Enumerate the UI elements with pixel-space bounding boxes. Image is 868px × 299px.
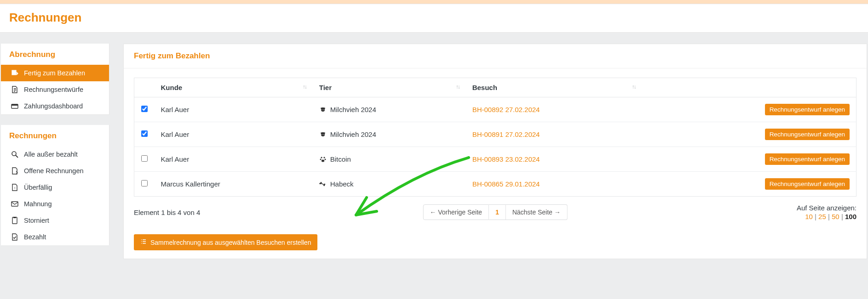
visit-link[interactable]: BH-00891 27.02.2024 [472, 130, 540, 138]
cell-tier: Milchvieh 2024 [313, 122, 466, 147]
paw-icon [319, 156, 327, 163]
svg-rect-5 [11, 202, 18, 206]
pager-next-button[interactable]: Nächste Seite → [506, 204, 568, 220]
invoice-ready-icon [11, 69, 18, 77]
sort-icon: ↑↓ [632, 84, 635, 90]
svg-point-13 [323, 157, 325, 158]
create-draft-button[interactable]: Rechnungsentwurf anlegen [765, 129, 850, 140]
sidebar-item-label: Zahlungsdashboard [24, 102, 83, 110]
cancelled-icon [11, 217, 18, 224]
reminder-icon [11, 200, 18, 208]
svg-line-3 [16, 155, 18, 158]
svg-text:!: ! [14, 186, 15, 190]
page-size-10[interactable]: 10 [805, 213, 813, 220]
visit-link[interactable]: BH-00892 27.02.2024 [472, 106, 540, 113]
cell-kunde: Karl Auer [155, 97, 313, 122]
bone-icon [319, 181, 327, 188]
visit-link[interactable]: BH-00865 29.01.2024 [472, 180, 540, 188]
create-draft-button[interactable]: Rechnungsentwurf anlegen [765, 178, 850, 190]
svg-point-16 [322, 159, 324, 162]
sidebar-group-abrechnung: Abrechnung Fertig zum Bezahlen Rechnungs… [1, 44, 109, 115]
svg-rect-1 [11, 104, 18, 106]
overdue-icon: ! [11, 184, 18, 191]
pager: ← Vorherige Seite 1 Nächste Seite → [423, 204, 567, 220]
svg-point-14 [320, 158, 321, 160]
sidebar-item-bezahlt[interactable]: Bezahlt [1, 229, 109, 245]
svg-rect-7 [13, 217, 16, 218]
table-row: Marcus KallertingerHabeckBH-00865 29.01.… [134, 172, 857, 197]
open-invoice-icon [11, 167, 18, 175]
page-size-label: Auf Seite anzeigen: [797, 204, 857, 212]
row-checkbox[interactable] [141, 106, 148, 112]
table-row: Karl AuerMilchvieh 2024BH-00892 27.02.20… [134, 97, 857, 122]
cell-besuch: BH-00891 27.02.2024 [466, 122, 642, 147]
sidebar-item-offene-rechnungen[interactable]: Offene Rechnungen [1, 163, 109, 179]
search-icon [11, 151, 18, 158]
cell-kunde: Karl Auer [155, 147, 313, 172]
cell-kunde: Marcus Kallertinger [155, 172, 313, 197]
element-count: Element 1 bis 4 von 4 [134, 209, 200, 216]
sidebar-group-title: Abrechnung [1, 44, 109, 65]
sidebar-item-rechnungsentwuerfe[interactable]: Rechnungsentwürfe [1, 81, 109, 98]
col-tier[interactable]: Tier ↑↓ [313, 78, 466, 97]
sidebar-item-label: Offene Rechnungen [24, 167, 84, 175]
sort-icon: ↑↓ [303, 84, 306, 90]
cell-tier: Habeck [313, 172, 466, 197]
top-accent-bar [0, 0, 868, 4]
sort-icon: ↑↓ [456, 84, 460, 90]
bulk-create-invoice-button[interactable]: Sammelrechnung aus ausgewählten Besuchen… [134, 234, 317, 250]
row-checkbox[interactable] [141, 130, 148, 137]
svg-point-12 [321, 157, 322, 158]
col-tier-label: Tier [319, 84, 332, 91]
col-select [134, 78, 155, 97]
svg-point-8 [322, 109, 322, 110]
sidebar-item-zahlungsdashboard[interactable]: Zahlungsdashboard [1, 98, 109, 114]
create-draft-button[interactable]: Rechnungsentwurf anlegen [765, 153, 850, 165]
sidebar-item-label: Alle außer bezahlt [24, 151, 78, 158]
sidebar-item-label: Überfällig [24, 184, 52, 191]
bulk-button-label: Sammelrechnung aus ausgewählten Besuchen… [150, 239, 311, 246]
col-kunde[interactable]: Kunde ↑↓ [155, 78, 313, 97]
pager-page-1-button[interactable]: 1 [489, 204, 506, 220]
sidebar-item-label: Bezahlt [24, 233, 46, 241]
col-besuch-label: Besuch [472, 84, 497, 91]
page-size: Auf Seite anzeigen: 10 | 25 | 50 | 100 [797, 204, 857, 220]
cell-tier: Bitcoin [313, 147, 466, 172]
sidebar-item-fertig-zum-bezahlen[interactable]: Fertig zum Bezahlen [1, 65, 109, 81]
sidebar-item-label: Storniert [24, 217, 49, 224]
sidebar: Abrechnung Fertig zum Bezahlen Rechnungs… [0, 44, 109, 259]
create-draft-button[interactable]: Rechnungsentwurf anlegen [765, 104, 850, 115]
visits-table: Kunde ↑↓ Tier ↑↓ Besuch ↑↓ [134, 78, 857, 197]
table-row: Karl AuerBitcoinBH-00893 23.02.2024Rechn… [134, 147, 857, 172]
pager-prev-button[interactable]: ← Vorherige Seite [423, 204, 489, 220]
page-size-25[interactable]: 25 [818, 213, 826, 220]
page-size-100[interactable]: 100 [845, 213, 857, 220]
panel-title: Fertig zum Bezahlen [124, 44, 867, 68]
cell-tier: Milchvieh 2024 [313, 97, 466, 122]
col-actions [642, 78, 856, 97]
cell-kunde: Karl Auer [155, 122, 313, 147]
sidebar-item-mahnung[interactable]: Mahnung [1, 196, 109, 212]
row-checkbox[interactable] [141, 180, 148, 186]
page-header: Rechnungen [0, 4, 868, 33]
col-kunde-label: Kunde [161, 84, 183, 91]
sidebar-item-label: Fertig zum Bezahlen [24, 69, 85, 77]
sidebar-item-ueberfaellig[interactable]: ! Überfällig [1, 179, 109, 196]
row-checkbox[interactable] [141, 155, 148, 162]
svg-point-11 [323, 134, 324, 135]
main-panel: Fertig zum Bezahlen Kunde ↑↓ Tier ↑↓ [123, 44, 867, 259]
cell-besuch: BH-00865 29.01.2024 [466, 172, 642, 197]
cow-icon [319, 131, 327, 138]
sidebar-item-alle-ausser-bezahlt[interactable]: Alle außer bezahlt [1, 146, 109, 163]
paid-icon [11, 233, 18, 241]
sidebar-item-storniert[interactable]: Storniert [1, 212, 109, 229]
sidebar-group-title: Rechnungen [1, 125, 109, 146]
svg-rect-6 [12, 217, 17, 224]
sidebar-item-label: Rechnungsentwürfe [24, 86, 83, 93]
cow-icon [319, 106, 327, 113]
col-besuch[interactable]: Besuch ↑↓ [466, 78, 642, 97]
page-size-50[interactable]: 50 [832, 213, 839, 220]
visit-link[interactable]: BH-00893 23.02.2024 [472, 155, 540, 163]
draft-icon [11, 86, 18, 93]
cell-besuch: BH-00893 23.02.2024 [466, 147, 642, 172]
